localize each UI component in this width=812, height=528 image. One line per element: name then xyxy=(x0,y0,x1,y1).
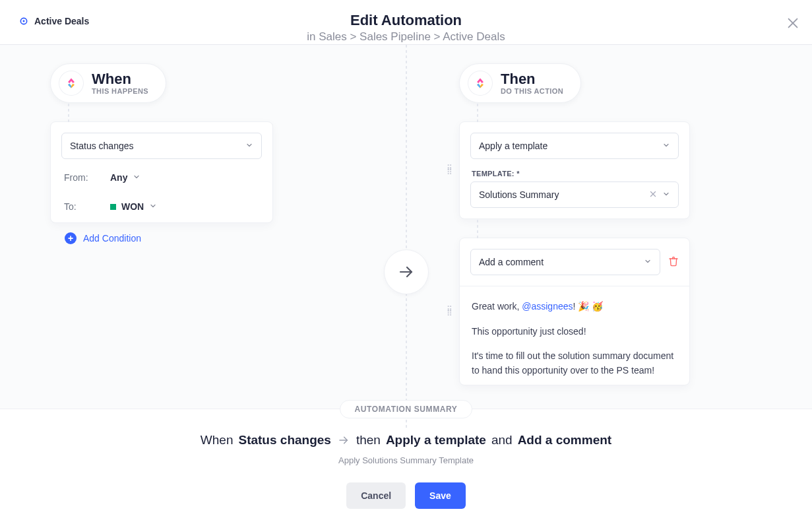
summary-sentence: When Status changes then Apply a templat… xyxy=(0,433,812,447)
then-column: Then DO THIS ACTION ⠿⠿ Apply a template … xyxy=(459,63,749,385)
summary-when-prefix: When xyxy=(201,433,234,447)
automation-canvas: When THIS HAPPENS Status changes From: A… xyxy=(0,45,812,409)
connector-line xyxy=(477,220,478,238)
comment-text: Great work, xyxy=(472,301,522,312)
cancel-button[interactable]: Cancel xyxy=(346,482,406,509)
trigger-card: Status changes From: Any To: WON xyxy=(50,121,273,223)
location-breadcrumb: Active Deals xyxy=(18,16,89,26)
delete-action-button[interactable] xyxy=(668,255,679,269)
chevron-down-icon xyxy=(662,141,670,151)
add-condition-label: Add Condition xyxy=(83,233,141,244)
when-subtitle: THIS HAPPENS xyxy=(92,87,148,95)
action-card-apply-template: ⠿⠿ Apply a template TEMPLATE: * Solution… xyxy=(459,121,690,219)
then-title: Then xyxy=(501,71,563,86)
status-color-swatch xyxy=(110,204,116,210)
connector-line xyxy=(68,104,69,122)
when-column: When THIS HAPPENS Status changes From: A… xyxy=(50,63,340,244)
modal-header: Active Deals Edit Automation in Sales > … xyxy=(0,0,812,45)
comment-text: This opportunity just closed! xyxy=(472,325,677,339)
trigger-select-value: Status changes xyxy=(70,141,134,151)
to-label: To: xyxy=(64,201,97,212)
comment-text: ! 🎉 🥳 xyxy=(573,301,604,312)
trigger-select[interactable]: Status changes xyxy=(61,133,262,159)
from-label: From: xyxy=(64,172,97,183)
clickup-logo-icon xyxy=(59,71,84,96)
from-value: Any xyxy=(110,172,127,183)
action-select[interactable]: Add a comment xyxy=(470,249,660,275)
template-selected-value: Solutions Summary xyxy=(479,189,559,200)
action-select-value: Apply a template xyxy=(479,141,547,151)
summary-action-1: Apply a template xyxy=(386,433,486,447)
chevron-down-icon xyxy=(149,201,157,212)
template-label: TEMPLATE: * xyxy=(472,170,679,178)
to-value-select[interactable]: WON xyxy=(110,201,157,212)
chevron-down-icon xyxy=(662,189,670,200)
summary-trigger: Status changes xyxy=(238,433,330,447)
plus-circle-icon: + xyxy=(65,232,77,244)
when-pill: When THIS HAPPENS xyxy=(50,63,166,103)
footer-actions: Cancel Save xyxy=(0,482,812,509)
summary-detail: Apply Solutions Summary Template xyxy=(0,455,812,465)
page-subtitle: in Sales > Sales Pipeline > Active Deals xyxy=(307,30,505,44)
location-pin-icon xyxy=(18,16,29,26)
from-value-select[interactable]: Any xyxy=(110,172,141,183)
summary-then-prefix: then xyxy=(356,433,381,447)
from-row: From: Any xyxy=(61,166,262,183)
direction-arrow-icon xyxy=(384,249,429,294)
location-text: Active Deals xyxy=(34,16,89,26)
chevron-down-icon xyxy=(644,257,652,267)
comment-editor[interactable]: Great work, @assignees! 🎉 🥳 This opportu… xyxy=(460,286,689,385)
arrow-right-icon xyxy=(336,433,351,447)
svg-point-1 xyxy=(23,20,25,22)
mention-assignees[interactable]: @assignees xyxy=(522,301,573,312)
summary-and: and xyxy=(491,433,513,447)
chevron-down-icon xyxy=(133,172,141,183)
connector-line xyxy=(477,104,478,122)
action-select[interactable]: Apply a template xyxy=(470,133,679,159)
add-condition-button[interactable]: + Add Condition xyxy=(65,232,340,244)
action-select-value: Add a comment xyxy=(479,257,544,267)
to-value: WON xyxy=(121,201,144,212)
to-row: To: WON xyxy=(61,195,262,212)
drag-handle-icon[interactable]: ⠿⠿ xyxy=(447,166,453,174)
summary-badge: AUTOMATION SUMMARY xyxy=(340,400,473,418)
vertical-divider xyxy=(406,45,407,430)
save-button[interactable]: Save xyxy=(415,482,466,509)
page-title: Edit Automation xyxy=(307,12,505,29)
title-block: Edit Automation in Sales > Sales Pipelin… xyxy=(307,12,505,44)
automation-summary: AUTOMATION SUMMARY When Status changes t… xyxy=(0,409,812,509)
chevron-down-icon xyxy=(245,141,253,151)
clickup-logo-icon xyxy=(468,71,493,96)
template-select[interactable]: Solutions Summary xyxy=(470,182,679,208)
then-subtitle: DO THIS ACTION xyxy=(501,87,563,95)
then-pill: Then DO THIS ACTION xyxy=(459,63,581,103)
summary-action-2: Add a comment xyxy=(518,433,612,447)
close-button[interactable] xyxy=(786,16,800,30)
clear-template-button[interactable] xyxy=(649,189,657,200)
when-title: When xyxy=(92,71,148,86)
comment-text: It's time to fill out the solution summa… xyxy=(472,349,677,378)
action-card-add-comment: ⠿⠿ Add a comment G xyxy=(459,238,690,385)
drag-handle-icon[interactable]: ⠿⠿ xyxy=(447,308,453,315)
